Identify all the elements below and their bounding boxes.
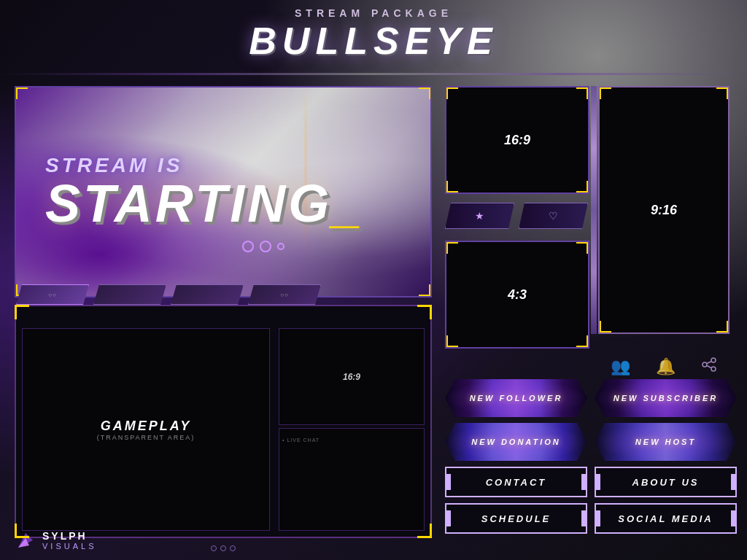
button-section: CONTACT ABOUT US SCHEDULE SOCIAL MEDIA: [445, 467, 737, 540]
top-decoration-line: [0, 73, 747, 75]
panel-4-3-corner-br: [576, 335, 588, 347]
panel-4-3-corner-tl: [446, 242, 458, 254]
new-donation-label: NEW DONATION: [471, 438, 561, 446]
panel-4-3-label: 4:3: [508, 287, 527, 303]
corner-bracket-br: [419, 284, 430, 296]
panel-16-9-corner-br: [576, 181, 588, 192]
logo-bottom: VISUALS: [42, 542, 96, 551]
button-row-1: CONTACT ABOUT US: [445, 467, 737, 497]
panel-16-9-label: 16:9: [504, 133, 530, 148]
live-chat-label: • LIVE CHAT: [282, 438, 320, 443]
panel-9-16: 9:16: [598, 86, 729, 334]
bottom-dot-2: [220, 545, 226, 551]
new-subscriber-banner: NEW SUBSCRIBER: [595, 379, 737, 417]
panel-9-16-corner-bl: [600, 321, 611, 332]
gameplay-tab-1[interactable]: ○○: [16, 284, 89, 305]
gameplay-tab-3[interactable]: [171, 284, 244, 305]
alert-section: NEW FOLLOWER NEW SUBSCRIBER NEW DONATION…: [445, 379, 737, 467]
gameplay-side-label: 16:9: [343, 372, 360, 382]
new-host-banner: NEW HOST: [595, 423, 737, 461]
corner-bracket-tr: [419, 88, 430, 99]
bell-icon: 🔔: [656, 357, 676, 376]
new-subscriber-label: NEW SUBSCRIBER: [614, 394, 718, 402]
starting-text: STARTING_: [45, 177, 364, 230]
gameplay-bottom-dots: [211, 545, 236, 551]
social-media-label: SOCIAL MEDIA: [618, 513, 713, 524]
gameplay-side-16-9: 16:9: [279, 328, 425, 425]
side-decoration: [591, 86, 597, 334]
stream-starting-panel: STREAM IS STARTING_: [15, 86, 432, 298]
gameplay-corner-bl: [15, 524, 29, 538]
social-media-button[interactable]: SOCIAL MEDIA: [595, 503, 737, 534]
button-row-2: SCHEDULE SOCIAL MEDIA: [445, 503, 737, 534]
new-donation-banner: NEW DONATION: [445, 423, 587, 461]
panel-9-16-corner-br: [716, 321, 728, 332]
stream-panel-content: STREAM IS STARTING_: [16, 88, 430, 296]
gameplay-panel: ○○ ○○ GAMEPLAY (TRANSPARENT AREA) 16:9 •…: [15, 305, 432, 538]
panel-4-3-corner-bl: [446, 335, 458, 347]
dot-3: [277, 243, 285, 250]
panel-9-16-corner-tr: [716, 88, 728, 99]
gameplay-live-chat: • LIVE CHAT: [279, 428, 425, 531]
svg-line-4: [707, 366, 711, 368]
star-icon: ★: [475, 210, 484, 222]
gameplay-tabs: ○○ ○○: [16, 284, 321, 305]
gameplay-tab-4[interactable]: ○○: [248, 284, 321, 305]
gameplay-sublabel: (TRANSPARENT AREA): [97, 434, 196, 441]
schedule-label: SCHEDULE: [481, 513, 551, 524]
new-host-label: NEW HOST: [635, 438, 696, 446]
new-follower-label: NEW FOLLOWER: [470, 394, 563, 402]
dot-2: [260, 241, 271, 252]
about-us-label: ABOUT US: [632, 477, 700, 488]
header-subtitle: STREAM PACKAGE: [0, 7, 747, 19]
logo-text: SYLPH VISUALS: [42, 530, 96, 551]
bottom-dot-3: [230, 545, 236, 551]
schedule-button[interactable]: SCHEDULE: [445, 503, 587, 534]
gameplay-tab-2[interactable]: [93, 284, 166, 305]
users-icon: 👥: [611, 357, 630, 376]
dot-1: [242, 241, 254, 252]
panel-16-9-corner-tr: [576, 88, 588, 99]
gameplay-label: GAMEPLAY: [101, 419, 192, 434]
gameplay-corner-tl: [15, 305, 29, 319]
icons-row: 👥 🔔: [598, 357, 729, 376]
panel-9-16-label: 9:16: [651, 203, 677, 218]
panel-16-9-corner-tl: [446, 88, 458, 99]
panel-4-3: 4:3: [445, 241, 589, 349]
about-us-button[interactable]: ABOUT US: [595, 467, 737, 497]
panel-16-9-corner-bl: [446, 181, 458, 192]
svg-point-1: [711, 367, 716, 371]
header: STREAM PACKAGE BULLSEYE: [0, 7, 747, 63]
panel-4-3-corner-tr: [576, 242, 588, 254]
panel-9-16-corner-tl: [600, 88, 611, 99]
heart-icon: ♡: [549, 210, 558, 222]
contact-label: CONTACT: [486, 477, 547, 488]
bottom-dot-1: [211, 545, 217, 551]
banner-small-1: ★: [445, 203, 514, 229]
banner-row: ★ ♡: [445, 203, 588, 229]
svg-point-0: [711, 358, 716, 362]
alert-row-2: NEW DONATION NEW HOST: [445, 423, 737, 461]
panel-16-9: 16:9: [445, 86, 589, 194]
header-title: BULLSEYE: [0, 19, 747, 63]
alert-row-1: NEW FOLLOWER NEW SUBSCRIBER: [445, 379, 737, 417]
logo-top: SYLPH: [42, 530, 96, 542]
dots-row: [242, 241, 285, 252]
gameplay-corner-tr: [417, 305, 432, 319]
contact-button[interactable]: CONTACT: [445, 467, 587, 497]
svg-line-3: [707, 362, 711, 364]
gameplay-main-area: GAMEPLAY (TRANSPARENT AREA): [22, 328, 270, 531]
banner-small-2: ♡: [519, 203, 588, 229]
corner-bracket-tl: [16, 88, 28, 99]
new-follower-banner: NEW FOLLOWER: [445, 379, 587, 417]
share-icon: [701, 357, 717, 376]
svg-point-2: [703, 362, 707, 367]
gameplay-corner-br: [417, 524, 432, 538]
gameplay-side-panels: 16:9 • LIVE CHAT: [279, 328, 425, 531]
